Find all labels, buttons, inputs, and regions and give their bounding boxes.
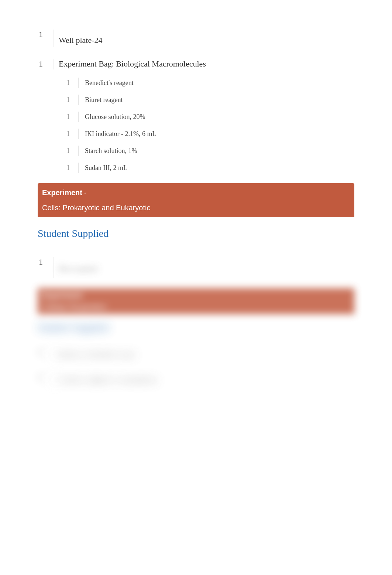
item-label: Pen or pencil (59, 257, 98, 273)
item-label: Starch solution, 1% (85, 147, 137, 155)
divider (78, 78, 79, 88)
item-quantity: 1 (39, 257, 54, 267)
item-label: IKI indicator - 2.1%, 6 mL (85, 130, 156, 138)
experiment-title: Cells: Prokaryotic and Eukaryotic (42, 204, 348, 212)
item-label: Sudan III, 2 mL (85, 164, 127, 172)
item-label: Benedict's reagent (85, 79, 134, 87)
item-quantity: 1 (66, 164, 78, 172)
item-label: Well plate-24 (59, 30, 103, 45)
experiment-title: Cellular Respiration (42, 303, 350, 311)
item-quantity: 1 (39, 347, 54, 357)
divider (78, 163, 79, 173)
list-item: 1 Pen or pencil (0, 257, 392, 278)
list-item: 1 Starch solution, 1% (66, 146, 353, 156)
item-quantity: 1 (66, 130, 78, 138)
experiment-label: Experiment (42, 291, 82, 299)
list-item: 1 IKI indicator - 2.1%, 6 mL (66, 129, 353, 139)
divider (78, 95, 79, 105)
item-quantity: 1 (66, 79, 78, 87)
divider (54, 59, 54, 69)
divider (78, 146, 79, 156)
item-quantity: 1 (39, 59, 54, 69)
divider (54, 372, 54, 387)
experiment-header: Experiment - Cells: Prokaryotic and Euka… (38, 183, 354, 217)
item-quantity: 1 (66, 96, 78, 104)
list-item: 1 Well plate-24 (39, 30, 353, 47)
experiment-header: Experiment Cellular Respiration (38, 288, 354, 314)
item-label: Glucose solution, 20% (85, 113, 145, 121)
list-item: 1 Sudan III, 2 mL (66, 163, 353, 173)
item-label: Experiment Bag: Biological Macromolecule… (59, 59, 206, 69)
list-item: 1 Biuret reagent (66, 95, 353, 105)
list-item: 1 Bottle of distilled water (0, 347, 392, 362)
item-label: Camera, digital or smartphone (59, 372, 158, 384)
divider (54, 347, 54, 362)
section-heading: Student Supplied (38, 228, 392, 239)
item-quantity: 1 (39, 372, 54, 382)
experiment-label: Experiment (42, 188, 82, 197)
sub-item-list: 1 Benedict's reagent 1 Biuret reagent 1 … (0, 78, 392, 173)
list-item: 1 Experiment Bag: Biological Macromolecu… (39, 59, 353, 69)
divider (78, 112, 79, 122)
divider (78, 129, 79, 139)
list-item: 1 Benedict's reagent (66, 78, 353, 88)
item-quantity: 1 (39, 30, 54, 39)
list-item: 1 Camera, digital or smartphone (0, 372, 392, 387)
item-label: Bottle of distilled water (59, 347, 135, 359)
item-quantity: 1 (66, 113, 78, 121)
divider (54, 257, 54, 278)
section-heading: Student Supplied (38, 321, 392, 333)
divider (54, 30, 54, 47)
item-quantity: 1 (66, 147, 78, 155)
item-label: Biuret reagent (85, 96, 123, 104)
experiment-dash: - (82, 189, 86, 197)
list-item: 1 Glucose solution, 20% (66, 112, 353, 122)
